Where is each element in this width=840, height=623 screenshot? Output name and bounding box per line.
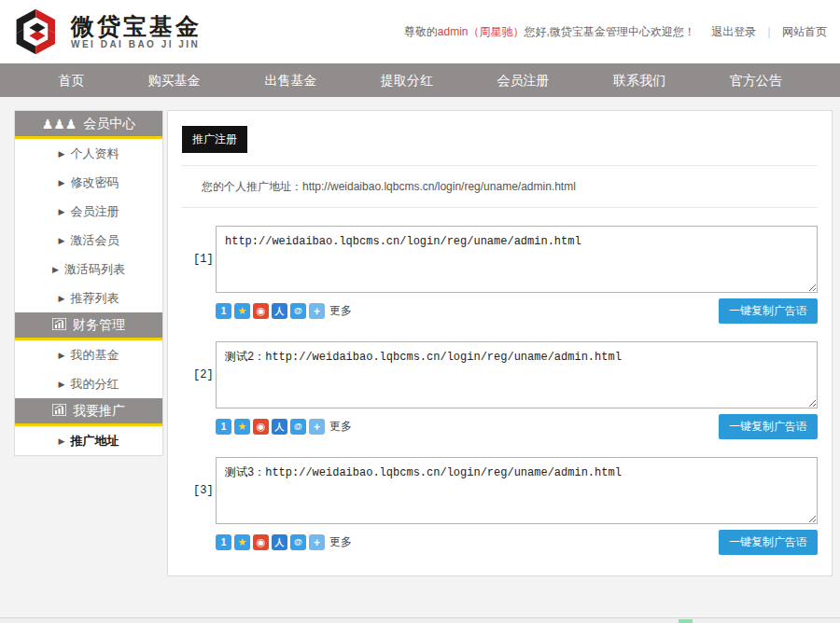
greeting-prefix: 尊敬的 — [404, 25, 438, 38]
block-toolbar: 1 ★ ◉ 人 @ + 更多 一键复制广告语 — [216, 298, 818, 324]
promo-block-3: [3] 测试3：http://weidaibao.lqbcms.cn/login… — [182, 457, 818, 555]
promo-text-3[interactable]: 测试3：http://weidaibao.lqbcms.cn/login/reg… — [216, 457, 818, 524]
brand-logo-icon — [13, 8, 62, 55]
main-panel: 推广注册 您的个人推广地址：http://weidaibao.lqbcms.cn… — [167, 110, 833, 576]
bullet-icon: ▶ — [59, 236, 65, 245]
sidebar-item-promotion-address[interactable]: ▶推广地址 — [15, 426, 162, 455]
sidebar-item-my-dividend[interactable]: ▶我的分红 — [15, 369, 162, 398]
nav-item-home[interactable]: 首页 — [58, 63, 84, 97]
bullet-icon: ▶ — [59, 178, 65, 187]
qzone-share-icon[interactable]: ★ — [234, 534, 250, 550]
nav-item-buy-fund[interactable]: 购买基金 — [148, 63, 201, 97]
promo-text-1[interactable]: http://weidaibao.lqbcms.cn/login/reg/una… — [216, 226, 818, 293]
nav-item-member-register[interactable]: 会员注册 — [497, 63, 550, 97]
brand-logo[interactable]: 微贷宝基金 WEI DAI BAO JI JIN — [13, 8, 202, 55]
content-area: ♟♟♟ 会员中心 ▶个人资料 ▶修改密码 ▶会员注册 ▶激活会员 ▶激活码列表 … — [0, 97, 840, 576]
page-footer — [0, 617, 840, 623]
divider — [182, 207, 818, 208]
sidebar-section-title: 我要推广 — [73, 403, 125, 420]
promo-block-1: [1] http://weidaibao.lqbcms.cn/login/reg… — [182, 226, 818, 324]
copy-ad-button[interactable]: 一键复制广告语 — [719, 414, 818, 439]
current-user: admin（周星驰） — [438, 25, 525, 38]
bullet-icon: ▶ — [59, 436, 65, 446]
qq-share-icon[interactable]: 1 — [216, 303, 231, 319]
nav-item-withdraw-dividend[interactable]: 提取分红 — [381, 63, 433, 97]
sidebar-item-referral-list[interactable]: ▶推荐列表 — [15, 284, 162, 312]
qzone-share-icon[interactable]: ★ — [234, 303, 250, 319]
share-more-label[interactable]: 更多 — [329, 419, 352, 435]
share-bar: 1 ★ ◉ 人 @ + 更多 — [216, 303, 352, 319]
sidebar-item-my-fund[interactable]: ▶我的基金 — [15, 340, 162, 369]
promo-block-2: [2] 测试2：http://weidaibao.lqbcms.cn/login… — [182, 341, 818, 439]
link-separator: ｜ — [763, 25, 775, 38]
personal-promo-address: 您的个人推广地址：http://weidaibao.lqbcms.cn/logi… — [182, 178, 818, 195]
renren-share-icon[interactable]: 人 — [272, 303, 287, 319]
tab-promotion-register: 推广注册 — [182, 126, 247, 153]
copy-ad-button[interactable]: 一键复制广告语 — [719, 530, 818, 555]
divider — [182, 165, 818, 166]
site-home-link[interactable]: 网站首页 — [782, 25, 827, 38]
weibo-share-icon[interactable]: ◉ — [253, 419, 269, 435]
share-bar: 1 ★ ◉ 人 @ + 更多 — [216, 534, 352, 550]
qq-share-icon[interactable]: 1 — [216, 534, 231, 550]
block-label: [2] — [182, 368, 216, 381]
sidebar-section-promotion[interactable]: 我要推广 — [15, 398, 162, 426]
block-toolbar: 1 ★ ◉ 人 @ + 更多 一键复制广告语 — [216, 530, 818, 555]
nav-item-contact-us[interactable]: 联系我们 — [613, 63, 665, 97]
bullet-icon: ▶ — [59, 294, 65, 303]
sidebar-item-personal-info[interactable]: ▶个人资料 — [15, 139, 162, 168]
brand-name: 微贷宝基金 — [71, 14, 202, 38]
footer-widget-icon — [679, 619, 693, 623]
weibo-share-icon[interactable]: ◉ — [253, 303, 269, 319]
nav-item-official-notice[interactable]: 官方公告 — [730, 63, 782, 97]
promo-text-2[interactable]: 测试2：http://weidaibao.lqbcms.cn/login/reg… — [216, 341, 818, 408]
sidebar: ♟♟♟ 会员中心 ▶个人资料 ▶修改密码 ▶会员注册 ▶激活会员 ▶激活码列表 … — [14, 110, 163, 456]
block-label: [1] — [182, 253, 216, 266]
tencent-weibo-share-icon[interactable]: @ — [290, 303, 306, 319]
main-nav: 首页 购买基金 出售基金 提取分红 会员注册 联系我们 官方公告 — [0, 63, 840, 97]
sidebar-item-change-password[interactable]: ▶修改密码 — [15, 168, 162, 197]
logout-link[interactable]: 退出登录 — [711, 25, 756, 38]
more-share-icon[interactable]: + — [309, 303, 325, 319]
user-greeting: 尊敬的admin（周星驰）您好,微贷宝基金管理中心欢迎您！ 退出登录｜网站首页 — [404, 24, 827, 40]
bar-chart-icon — [52, 404, 66, 418]
copy-ad-button[interactable]: 一键复制广告语 — [719, 298, 818, 324]
sidebar-section-member-center[interactable]: ♟♟♟ 会员中心 — [15, 111, 162, 139]
bullet-icon: ▶ — [52, 265, 59, 274]
share-more-label[interactable]: 更多 — [329, 303, 352, 319]
sidebar-item-activation-code-list[interactable]: ▶激活码列表 — [15, 255, 162, 284]
share-bar: 1 ★ ◉ 人 @ + 更多 — [216, 419, 352, 435]
block-toolbar: 1 ★ ◉ 人 @ + 更多 一键复制广告语 — [216, 414, 818, 439]
top-header: 微贷宝基金 WEI DAI BAO JI JIN 尊敬的admin（周星驰）您好… — [0, 0, 840, 63]
qzone-share-icon[interactable]: ★ — [234, 419, 250, 435]
block-label: [3] — [182, 484, 216, 497]
tencent-weibo-share-icon[interactable]: @ — [290, 419, 306, 435]
bullet-icon: ▶ — [59, 149, 65, 159]
tencent-weibo-share-icon[interactable]: @ — [290, 534, 306, 550]
greeting-suffix: 您好,微贷宝基金管理中心欢迎您！ — [525, 25, 695, 38]
sidebar-section-finance[interactable]: 财务管理 — [15, 312, 162, 340]
sidebar-section-title: 会员中心 — [83, 116, 135, 132]
sidebar-item-member-register[interactable]: ▶会员注册 — [15, 197, 162, 226]
renren-share-icon[interactable]: 人 — [272, 534, 287, 550]
bullet-icon: ▶ — [59, 351, 65, 360]
sidebar-section-title: 财务管理 — [73, 317, 125, 334]
renren-share-icon[interactable]: 人 — [272, 419, 287, 435]
share-more-label[interactable]: 更多 — [329, 534, 352, 550]
bullet-icon: ▶ — [59, 380, 65, 389]
members-icon: ♟♟♟ — [42, 118, 77, 131]
bullet-icon: ▶ — [59, 207, 65, 216]
brand-tagline: WEI DAI BAO JI JIN — [71, 39, 202, 49]
bar-chart-icon — [52, 318, 66, 332]
sidebar-item-activate-member[interactable]: ▶激活会员 — [15, 226, 162, 255]
more-share-icon[interactable]: + — [309, 534, 325, 550]
more-share-icon[interactable]: + — [309, 419, 325, 435]
qq-share-icon[interactable]: 1 — [216, 419, 231, 435]
weibo-share-icon[interactable]: ◉ — [253, 534, 269, 550]
nav-item-sell-fund[interactable]: 出售基金 — [264, 63, 316, 97]
